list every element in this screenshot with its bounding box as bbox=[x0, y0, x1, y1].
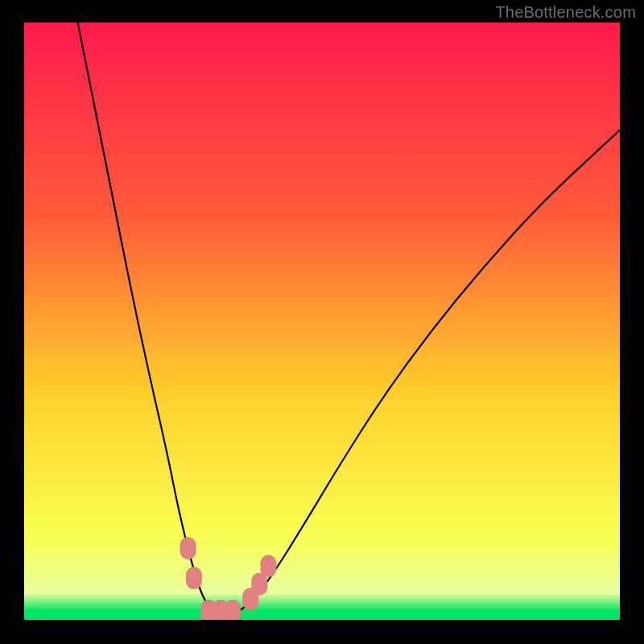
curve-marker bbox=[260, 555, 276, 577]
chart-stage: TheBottleneck.com bbox=[0, 0, 644, 644]
curve-marker bbox=[186, 567, 202, 589]
curve-layer bbox=[24, 23, 620, 620]
curve-marker bbox=[180, 537, 196, 559]
marker-group bbox=[180, 537, 277, 620]
plot-area bbox=[24, 23, 620, 620]
watermark-text: TheBottleneck.com bbox=[495, 3, 636, 22]
bottleneck-curve bbox=[78, 23, 620, 614]
curve-marker bbox=[225, 600, 241, 620]
